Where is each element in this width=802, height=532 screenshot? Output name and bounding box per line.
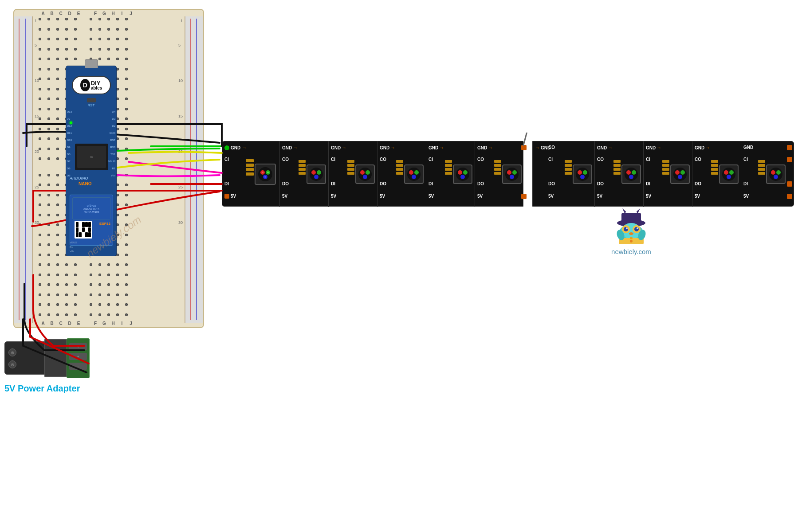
col-h: H: [109, 11, 118, 16]
strip-co-label-1: CO: [282, 157, 289, 162]
breadboard-hole: [39, 128, 41, 130]
breadboard-hole: [56, 274, 59, 276]
breadboard-hole: [116, 313, 119, 316]
breadboard-hole: [98, 313, 101, 316]
breadboard-hole: [125, 194, 128, 196]
breadboard-hole: [125, 68, 128, 70]
breadboard-hole: [107, 313, 110, 316]
breadboard-hole: [116, 48, 119, 51]
breadboard-hole: [47, 293, 50, 296]
breadboard-hole: [56, 174, 59, 176]
breadboard-hole: [107, 274, 110, 276]
svg-point-10: [314, 175, 318, 179]
breadboard-hole: [47, 283, 50, 286]
breadboard-hole: [47, 108, 50, 110]
breadboard-hole: [56, 303, 59, 306]
svg-point-30: [580, 175, 585, 179]
col-c: C: [56, 11, 65, 16]
breadboard-hole: [116, 283, 119, 286]
breadboard-hole: [125, 263, 128, 266]
col-d-bot: D: [65, 321, 74, 326]
breadboard-hole: [74, 38, 77, 40]
svg-point-24: [507, 170, 511, 175]
breadboard-hole: [56, 148, 59, 150]
breadboard-hole: [125, 203, 128, 206]
col-f: F: [91, 11, 100, 16]
breadboard-hole: [125, 313, 128, 316]
breadboard-hole: [125, 214, 128, 216]
breadboard-hole: [116, 293, 119, 296]
breadboard-hole: [116, 274, 119, 276]
svg-point-46: [774, 175, 778, 179]
svg-point-53: [624, 227, 628, 231]
led-strip-second: → GND CO CI DO 5V GND → CO DO 5V: [532, 141, 794, 207]
breadboard-hole: [65, 313, 68, 316]
breadboard-hole: [39, 148, 41, 150]
svg-point-14: [363, 175, 367, 179]
svg-point-17: [414, 170, 419, 175]
svg-point-22: [460, 175, 465, 179]
breadboard-hole: [39, 88, 41, 90]
breadboard-hole: [47, 38, 50, 40]
svg-point-56: [637, 227, 638, 229]
breadboard-hole: [56, 98, 59, 100]
breadboard-hole: [56, 194, 59, 196]
svg-point-5: [267, 172, 269, 173]
breadboard-hole: [125, 303, 128, 306]
arduino-nano-esp32: D DIY ables RST D13 3V D12 D11 D10 D9 D8…: [66, 66, 117, 256]
breadboard-hole: [56, 214, 59, 216]
svg-point-6: [264, 176, 266, 178]
breadboard-hole: [47, 68, 50, 70]
breadboard-hole: [90, 28, 92, 31]
col-a-bot: A: [39, 321, 47, 326]
svg-point-37: [680, 170, 685, 175]
breadboard-hole: [125, 108, 128, 110]
arduino-model-label: NANO: [79, 181, 91, 186]
breadboard-hole: [56, 108, 59, 110]
breadboard-hole: [39, 303, 41, 306]
breadboard-hole: [47, 88, 50, 90]
breadboard-hole: [56, 184, 59, 186]
breadboard-hole: [39, 78, 41, 80]
breadboard-hole: [56, 28, 59, 31]
svg-point-16: [409, 170, 413, 175]
breadboard-hole: [47, 274, 50, 276]
breadboard-hole: [98, 28, 101, 31]
breadboard-hole: [56, 68, 59, 70]
breadboard-hole: [56, 117, 59, 120]
breadboard-hole: [65, 263, 68, 266]
breadboard-hole: [47, 184, 50, 186]
svg-point-54: [634, 227, 639, 231]
breadboard-hole: [47, 174, 50, 176]
breadboard-hole: [65, 18, 68, 20]
svg-point-21: [463, 170, 468, 175]
breadboard-hole: [107, 48, 110, 51]
svg-point-18: [412, 175, 416, 179]
breadboard-hole: [125, 283, 128, 286]
breadboard-hole: [47, 58, 50, 60]
breadboard-hole: [56, 38, 59, 40]
breadboard-hole: [125, 148, 128, 150]
breadboard-hole: [56, 293, 59, 296]
col-e: E: [74, 11, 83, 16]
col-b: B: [47, 11, 56, 16]
svg-point-59: [630, 237, 633, 239]
breadboard-hole: [107, 38, 110, 40]
breadboard-hole: [47, 18, 50, 20]
strip-do-label-1: DO: [282, 181, 289, 186]
svg-point-64: [630, 240, 633, 243]
breadboard-hole: [39, 263, 41, 266]
breadboard-hole: [65, 58, 68, 60]
breadboard-hole: [56, 48, 59, 51]
power-adapter-label: 5V Power Adapter: [4, 383, 80, 394]
svg-point-12: [360, 170, 365, 175]
svg-point-57: [629, 232, 633, 235]
breadboard-hole: [74, 48, 77, 51]
breadboard-hole: [39, 184, 41, 186]
svg-point-45: [776, 170, 781, 175]
breadboard-hole: [47, 194, 50, 196]
svg-point-36: [675, 170, 680, 175]
breadboard-hole: [90, 48, 92, 51]
breadboard-hole: [125, 137, 128, 140]
breadboard-hole: [65, 293, 68, 296]
